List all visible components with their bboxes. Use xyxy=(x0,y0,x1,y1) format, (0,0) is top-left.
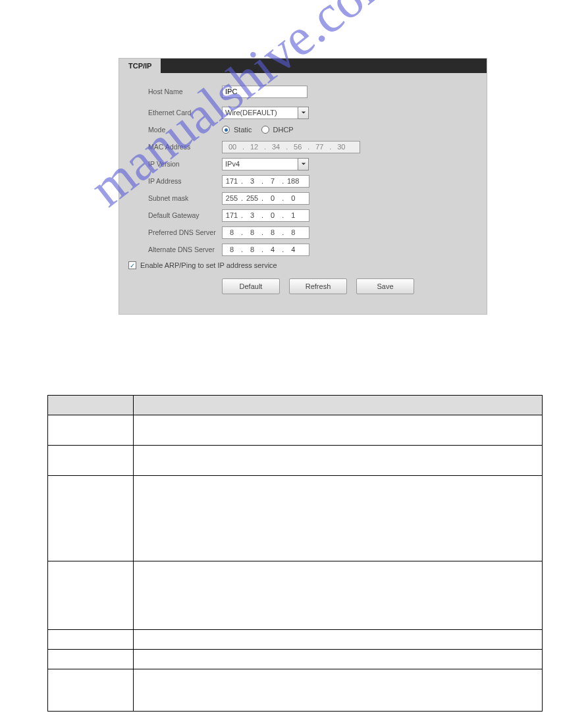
table-cell xyxy=(134,476,543,561)
table-cell xyxy=(48,446,134,476)
arp-checkbox-label: Enable ARP/Ping to set IP address servic… xyxy=(140,261,277,269)
pref-dns-label: Preferred DNS Server xyxy=(148,228,222,236)
host-name-label: Host Name xyxy=(148,88,222,95)
ip-version-select[interactable]: IPv4 xyxy=(222,158,309,170)
mode-radio-group: Static DHCP xyxy=(222,126,294,134)
tcpip-panel: TCP/IP Host Name Ethernet Card Wire(DEFA… xyxy=(119,58,487,315)
mac-input: 00. 12. 34. 56. 77. 30 xyxy=(222,141,360,153)
table-cell xyxy=(134,561,543,630)
table-cell xyxy=(134,630,543,650)
table-header-cell xyxy=(48,396,134,415)
subnet-label: Subnet mask xyxy=(148,194,222,202)
ip-address-label: IP Address xyxy=(148,177,222,185)
tab-label: TCP/IP xyxy=(128,62,151,70)
parameter-table xyxy=(47,395,543,712)
pref-dns-input[interactable]: 8. 8. 8. 8 xyxy=(222,226,309,239)
row-alt-dns: Alternate DNS Server 8. 8. 4. 4 xyxy=(148,243,471,256)
gateway-input[interactable]: 171. 3. 0. 1 xyxy=(222,209,309,222)
subnet-input[interactable]: 255. 255. 0. 0 xyxy=(222,192,309,205)
save-button[interactable]: Save xyxy=(356,278,414,294)
ethernet-card-select[interactable]: Wire(DEFAULT) xyxy=(222,107,309,119)
default-button[interactable]: Default xyxy=(222,278,280,294)
row-host-name: Host Name xyxy=(148,85,471,98)
mode-label: Mode xyxy=(148,126,222,134)
ip-address-input[interactable]: 171. 3. 7. 188 xyxy=(222,175,309,188)
arp-checkbox[interactable]: ✓ xyxy=(128,261,136,269)
row-pref-dns: Preferred DNS Server 8. 8. 8. 8 xyxy=(148,226,471,239)
row-ip-address: IP Address 171. 3. 7. 188 xyxy=(148,174,471,188)
radio-dhcp-label: DHCP xyxy=(273,126,294,134)
refresh-button[interactable]: Refresh xyxy=(289,278,347,294)
radio-static-label: Static xyxy=(234,126,252,134)
button-row: Default Refresh Save xyxy=(222,278,471,294)
row-ip-version: IP Version IPv4 xyxy=(148,157,471,170)
row-subnet: Subnet mask 255. 255. 0. 0 xyxy=(148,192,471,205)
table-cell xyxy=(48,476,134,561)
chevron-down-icon[interactable] xyxy=(298,158,309,170)
tab-tcpip[interactable]: TCP/IP xyxy=(119,59,161,73)
table-cell xyxy=(48,561,134,630)
table-cell xyxy=(48,650,134,669)
mac-label: MAC Address xyxy=(148,143,222,151)
row-arp-checkbox: ✓ Enable ARP/Ping to set IP address serv… xyxy=(128,261,471,269)
ip-version-label: IP Version xyxy=(148,160,222,168)
table-header-cell xyxy=(134,396,543,415)
table-cell xyxy=(48,415,134,446)
table-cell xyxy=(134,415,543,446)
table-cell xyxy=(134,650,543,669)
row-mac: MAC Address 00. 12. 34. 56. 77. 30 xyxy=(148,140,471,153)
host-name-input[interactable] xyxy=(222,86,307,98)
tab-bar: TCP/IP xyxy=(119,59,487,73)
alt-dns-label: Alternate DNS Server xyxy=(148,246,222,253)
form-area: Host Name Ethernet Card Wire(DEFAULT) Mo… xyxy=(119,73,487,301)
radio-dhcp[interactable] xyxy=(261,126,269,134)
ip-version-value: IPv4 xyxy=(222,158,298,170)
table-cell xyxy=(134,446,543,476)
alt-dns-input[interactable]: 8. 8. 4. 4 xyxy=(222,244,309,256)
table-cell xyxy=(134,669,543,712)
row-gateway: Default Gateway 171. 3. 0. 1 xyxy=(148,209,471,222)
ethernet-card-value: Wire(DEFAULT) xyxy=(222,107,298,119)
table-cell xyxy=(48,669,134,712)
gateway-label: Default Gateway xyxy=(148,211,222,219)
radio-static[interactable] xyxy=(222,126,230,134)
row-ethernet-card: Ethernet Card Wire(DEFAULT) xyxy=(148,106,471,119)
chevron-down-icon[interactable] xyxy=(298,107,309,119)
ethernet-card-label: Ethernet Card xyxy=(148,109,222,117)
row-mode: Mode Static DHCP xyxy=(148,123,471,136)
table-cell xyxy=(48,630,134,650)
